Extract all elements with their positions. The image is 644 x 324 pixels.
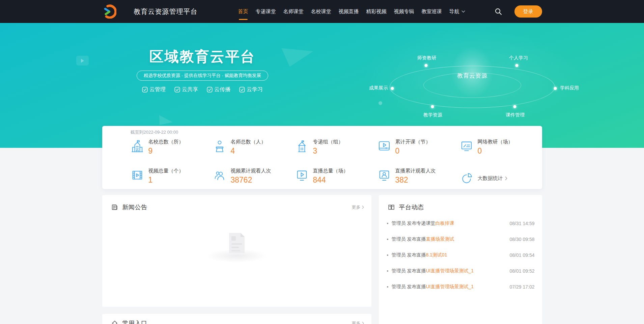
pie-chart-icon: [460, 172, 473, 185]
chevron-right-icon: [362, 206, 364, 209]
stat-famous-schools: 名校总数（所）9: [131, 139, 213, 160]
lesson-icon: [377, 139, 391, 153]
app-logo-icon: [102, 4, 116, 19]
orbit-node-personal-learning: 个人学习: [509, 55, 528, 61]
live-viewers-icon: [377, 168, 391, 182]
login-button[interactable]: 登录: [514, 5, 542, 18]
stat-label: 视频总量（个）: [148, 168, 184, 174]
bullet-icon: [387, 239, 388, 240]
orbit-dot: [391, 87, 394, 90]
feature-cloud-share: 云共享: [174, 86, 198, 93]
nav-item-delivery-class[interactable]: 专递课堂: [256, 0, 276, 23]
feature-cloud-learn: 云学习: [239, 86, 263, 93]
dynamics-prefix: 管理员 发布直播: [392, 252, 426, 258]
checkbox-check-icon: [207, 87, 213, 92]
stat-famous-teachers: 名师总数（人）4: [213, 139, 295, 160]
stat-value: 4: [231, 146, 266, 156]
dynamics-title: 平台动态: [399, 203, 424, 211]
dynamics-time: 08/30 09:58: [506, 237, 535, 242]
stat-label: 视频累计观看人次: [231, 168, 271, 174]
stats-grid: 名校总数（所）9 名师总数（人）4 专递组（组）3 累计开课（节）0: [131, 139, 535, 189]
dynamics-item: 管理员 发布直播UI直播管理场景测试_1 08/01 09:52: [387, 263, 535, 279]
nav-item-teacher-class[interactable]: 名师课堂: [283, 0, 304, 23]
nav-item-classroom-tour[interactable]: 教室巡课: [422, 0, 442, 23]
main-nav: 首页 专递课堂 名师课堂 名校课堂 视频直播 精彩视频 视频专辑 教室巡课 导航: [238, 0, 465, 23]
dot-decoration: [379, 101, 382, 105]
online-research-icon: [460, 139, 473, 153]
stat-label: 专递组（组）: [313, 139, 343, 145]
chevron-down-icon: [461, 10, 465, 13]
play-chip-decoration-icon: [76, 56, 89, 65]
stat-value: 3: [313, 146, 343, 156]
stats-as-of-date: 截至到2022-09-22 00:00: [131, 129, 535, 135]
orbit-node-subject-apps: 学科应用: [560, 85, 579, 91]
stat-label: 直播总量（场）: [313, 168, 348, 174]
stat-label: 名校总数（所）: [148, 139, 184, 145]
nav-item-home[interactable]: 首页: [238, 0, 248, 23]
stats-card: 截至到2022-09-22 00:00 名校总数（所）9 名师总数（人）4 专递…: [102, 126, 542, 189]
chevron-right-icon: [505, 177, 507, 180]
quick-entry-more-link[interactable]: 更多: [352, 320, 364, 324]
feature-label: 云学习: [247, 86, 263, 93]
home-icon: [111, 320, 118, 324]
bigdata-label: 大数据统计: [478, 175, 503, 182]
search-icon[interactable]: [494, 7, 502, 16]
dynamics-item: 管理员 发布直播直播场景测试 08/30 09:58: [387, 231, 535, 247]
nav-item-video-album[interactable]: 视频专辑: [394, 0, 414, 23]
nav-item-navigation[interactable]: 导航: [449, 0, 465, 23]
stat-online-research: 网络教研（场）0: [460, 139, 542, 160]
bullet-icon: [387, 254, 388, 256]
dynamics-prefix: 管理员 发布直播: [392, 268, 426, 273]
dynamics-link[interactable]: UI直播管理场景测试_1: [426, 284, 474, 289]
dynamics-item: 管理员 发布专递课堂白板排课 08/31 14:59: [387, 215, 535, 231]
chevron-right-icon: [362, 322, 364, 324]
nav-item-live[interactable]: 视频直播: [339, 0, 359, 23]
stat-label: 直播累计观看人次: [395, 168, 436, 174]
more-label: 更多: [352, 320, 361, 324]
dynamics-prefix: 管理员 发布直播: [392, 236, 426, 242]
feature-label: 云共享: [182, 86, 198, 93]
checkbox-check-icon: [174, 87, 180, 92]
news-more-link[interactable]: 更多: [352, 204, 364, 210]
dynamics-link[interactable]: 直播场景测试: [426, 236, 454, 242]
checkbox-check-icon: [142, 87, 148, 92]
bullet-icon: [387, 270, 388, 272]
dynamics-prefix: 管理员 发布直播: [392, 284, 426, 289]
dynamics-time: 08/01 09:52: [506, 268, 535, 274]
feature-cloud-broadcast: 云传播: [207, 86, 230, 93]
dynamics-link[interactable]: UI直播管理场景测试_1: [426, 268, 474, 273]
open-book-icon: [388, 204, 395, 211]
stat-video-viewers: 视频累计观看人次38762: [213, 168, 295, 189]
orbit-dot: [431, 105, 434, 108]
hero-text-block: 区域教育云平台 精选学校优质资源 · 提供在线学习平台 · 赋能教育均衡发展 云…: [136, 47, 269, 93]
stat-value: 844: [313, 176, 348, 185]
feature-label: 云传播: [214, 86, 230, 93]
feature-cloud-manage: 云管理: [142, 86, 166, 93]
stat-label: 累计开课（节）: [395, 139, 431, 145]
stat-total-lessons: 累计开课（节）0: [377, 139, 460, 160]
orbit-dot: [425, 64, 428, 67]
hero-title: 区域教育云平台: [136, 47, 269, 66]
dynamics-text: 管理员 发布专递课堂白板排课: [392, 220, 454, 226]
hero-features: 云管理 云共享 云传播 云学习: [136, 86, 269, 93]
stat-value: 9: [148, 146, 184, 156]
bigdata-stats-link[interactable]: 大数据统计: [460, 168, 542, 189]
dynamics-text: 管理员 发布直播UI直播管理场景测试_1: [392, 268, 474, 274]
hero-subtitle: 精选学校优质资源 · 提供在线学习平台 · 赋能教育均衡发展: [137, 71, 268, 81]
stat-total-lives: 直播总量（场）844: [295, 168, 377, 189]
dynamics-list: 管理员 发布专递课堂白板排课 08/31 14:59 管理员 发布直播直播场景测…: [379, 215, 542, 295]
dynamics-item: 管理员 发布直播UI直播管理场景测试_1 07/29 17:02: [387, 279, 535, 295]
nav-item-featured-video[interactable]: 精彩视频: [366, 0, 387, 23]
stat-label: 名师总数（人）: [231, 139, 266, 145]
stat-value: 382: [395, 176, 436, 185]
dynamics-text: 管理员 发布直播8.1测试01: [392, 252, 447, 258]
paper-plane-decoration-icon: [281, 44, 315, 68]
news-card: 新闻公告 更多: [102, 195, 371, 307]
main-content: 截至到2022-09-22 00:00 名校总数（所）9 名师总数（人）4 专递…: [102, 126, 542, 324]
nav-item-school-class[interactable]: 名校课堂: [311, 0, 331, 23]
dynamics-link[interactable]: 白板排课: [435, 220, 454, 226]
orbit-node-achievements: 成果展示: [369, 85, 388, 91]
dynamics-link[interactable]: 8.1测试01: [426, 252, 447, 258]
dynamics-time: 08/01 09:54: [506, 252, 535, 258]
stat-total-videos: 视频总量（个）1: [131, 168, 213, 189]
